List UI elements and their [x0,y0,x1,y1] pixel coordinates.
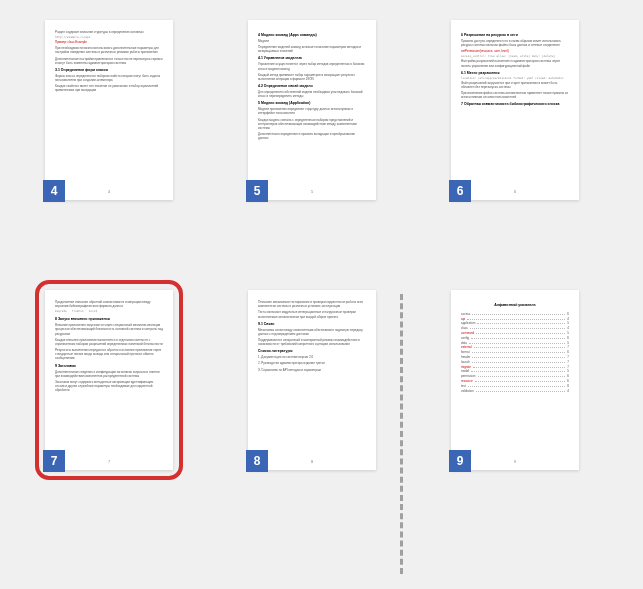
page-thumbnail-9[interactable]: Алфавитный указательaccess6api4applicati… [451,290,579,470]
page-thumbnail-4[interactable]: Раздел содержит описание структуры и опр… [45,20,173,200]
page-thumbnail-8[interactable]: Описание механизмов тестирования и прове… [248,290,376,470]
page-number-badge: 9 [449,450,471,472]
page-content: 4 Модели команд (Apps команды)МоделиОпре… [258,33,366,141]
page-preview: Описание механизмов тестирования и прове… [248,290,376,470]
page-number-badge: 4 [43,180,65,202]
page-number-badge: 5 [246,180,268,202]
page-preview: Продолжение описания обратной совместимо… [45,290,173,470]
page-number-badge: 8 [246,450,268,472]
thumbnail-row-2: Продолжение описания обратной совместимо… [20,290,623,470]
page-footer-number: 4 [108,189,110,194]
thumbnail-row-1: Раздел содержит описание структуры и опр… [20,20,623,200]
thumbnails-container: Раздел содержит описание структуры и опр… [0,0,643,580]
page-footer-number: 6 [514,189,516,194]
page-footer-number: 9 [514,459,516,464]
page-thumbnail-7[interactable]: Продолжение описания обратной совместимо… [45,290,173,470]
page-footer-number: 5 [311,189,313,194]
page-preview: Раздел содержит описание структуры и опр… [45,20,173,200]
page-thumbnail-6[interactable]: 6 Разрешение на ресурсы в сетиПравила до… [451,20,579,200]
page-thumbnail-5[interactable]: 4 Модели команд (Apps команды)МоделиОпре… [248,20,376,200]
page-content: 6 Разрешение на ресурсы в сетиПравила до… [461,33,569,107]
page-footer-number: 7 [108,459,110,464]
page-preview: 4 Модели команд (Apps команды)МоделиОпре… [248,20,376,200]
page-footer-number: 8 [311,459,313,464]
page-content: Описание механизмов тестирования и прове… [258,300,366,372]
page-content: Алфавитный указательaccess6api4applicati… [461,303,569,393]
page-content: Раздел содержит описание структуры и опр… [55,30,163,93]
page-content: Продолжение описания обратной совместимо… [55,300,163,393]
page-preview: Алфавитный указательaccess6api4applicati… [451,290,579,470]
page-number-badge: 7 [43,450,65,472]
page-preview: 6 Разрешение на ресурсы в сетиПравила до… [451,20,579,200]
page-number-badge: 6 [449,180,471,202]
